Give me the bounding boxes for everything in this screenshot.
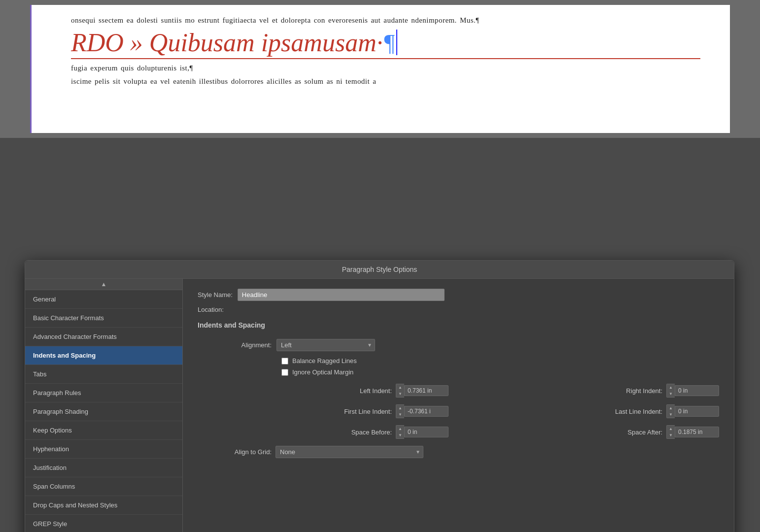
section-heading: Indents and Spacing — [198, 321, 719, 329]
sidebar-label-hyphenation: Hyphenation — [33, 445, 69, 453]
left-indent-input[interactable] — [404, 385, 449, 396]
location-row: Location: — [198, 306, 719, 313]
space-before-spinner: ▲ ▼ — [396, 425, 449, 439]
left-indent-label: Left Indent: — [360, 387, 392, 395]
first-line-indent-spinner-btns: ▲ ▼ — [396, 404, 404, 418]
last-line-indent-row: Last Line Indent: ▲ ▼ — [468, 404, 719, 418]
pilcrow-headline: ¶ — [383, 29, 395, 56]
sidebar-label-tabs: Tabs — [33, 370, 46, 378]
balance-ragged-lines-checkbox[interactable] — [281, 358, 288, 365]
right-indent-label: Right Indent: — [626, 387, 662, 395]
first-line-indent-spinner: ▲ ▼ — [396, 404, 449, 418]
sidebar-label-advanced: Advanced Character Formats — [33, 333, 117, 340]
sidebar-label-justification: Justification — [33, 464, 67, 471]
space-before-down[interactable]: ▼ — [396, 432, 404, 438]
space-before-row: Space Before: ▲ ▼ — [198, 425, 449, 439]
space-after-row: Space After: ▲ ▼ — [468, 425, 719, 439]
space-before-label: Space Before: — [351, 429, 392, 436]
alignment-label: Alignment: — [227, 341, 272, 349]
ignore-optical-margin-checkbox[interactable] — [281, 369, 288, 376]
sidebar-item-justification[interactable]: Justification — [25, 459, 182, 477]
doc-body-text: onsequi ssectem ea dolesti suntiis mo es… — [71, 15, 700, 26]
first-line-indent-down[interactable]: ▼ — [396, 411, 404, 418]
space-after-up[interactable]: ▲ — [667, 426, 675, 432]
right-indent-input[interactable] — [675, 385, 719, 396]
right-indent-up[interactable]: ▲ — [667, 384, 675, 391]
dialog-title: Paragraph Style Options — [25, 261, 734, 279]
align-to-grid-select[interactable]: None All Lines First Line Only — [276, 446, 423, 458]
style-name-input[interactable] — [238, 289, 445, 301]
balance-ragged-lines-label[interactable]: Balance Ragged Lines — [292, 357, 357, 365]
sidebar-label-drop-caps: Drop Caps and Nested Styles — [33, 501, 117, 509]
left-indent-row: Left Indent: ▲ ▼ — [198, 384, 449, 398]
sidebar-label-keep-options: Keep Options — [33, 427, 72, 434]
dialog-title-text: Paragraph Style Options — [342, 266, 417, 273]
sidebar-item-paragraph-rules[interactable]: Paragraph Rules — [25, 384, 182, 402]
doc-subtext1: fugia experum quis dolupturenis ist,¶ — [71, 64, 700, 72]
last-line-indent-down[interactable]: ▼ — [667, 411, 675, 418]
main-content: Style Name: Location: Indents and Spacin… — [183, 279, 734, 532]
space-after-spinner-btns: ▲ ▼ — [666, 425, 675, 439]
location-label: Location: — [198, 306, 224, 313]
sidebar-label-span-columns: Span Columns — [33, 483, 75, 490]
sidebar-item-indents-spacing[interactable]: Indents and Spacing — [25, 346, 182, 365]
sidebar-item-span-columns[interactable]: Span Columns — [25, 477, 182, 496]
space-before-up[interactable]: ▲ — [396, 426, 404, 432]
first-line-indent-up[interactable]: ▲ — [396, 405, 404, 411]
right-indent-row: Right Indent: ▲ ▼ — [468, 384, 719, 398]
sidebar-item-basic-character-formats[interactable]: Basic Character Formats — [25, 309, 182, 328]
right-indent-spinner: ▲ ▼ — [666, 384, 719, 398]
left-indent-up[interactable]: ▲ — [396, 384, 404, 391]
sidebar-item-hyphenation[interactable]: Hyphenation — [25, 440, 182, 459]
sidebar-label-paragraph-rules: Paragraph Rules — [33, 389, 81, 397]
space-after-down[interactable]: ▼ — [667, 432, 675, 438]
left-indent-spinner-btns: ▲ ▼ — [396, 384, 404, 398]
space-after-input[interactable] — [675, 427, 719, 437]
right-indent-down[interactable]: ▼ — [667, 391, 675, 397]
align-to-grid-row: Align to Grid: None All Lines First Line… — [227, 446, 719, 458]
doc-subtext2: iscime pelis sit volupta ea vel eatenih … — [71, 77, 700, 86]
sidebar-item-drop-caps[interactable]: Drop Caps and Nested Styles — [25, 496, 182, 515]
align-to-grid-select-wrapper: None All Lines First Line Only ▼ — [276, 446, 423, 458]
space-before-input[interactable] — [404, 427, 449, 437]
headline-text: RDO » Quibusam ipsamusam· — [71, 28, 383, 57]
first-line-indent-input[interactable] — [404, 406, 449, 417]
last-line-indent-input[interactable] — [675, 406, 719, 417]
space-after-label: Space After: — [627, 429, 662, 436]
last-line-indent-up[interactable]: ▲ — [667, 405, 675, 411]
sidebar: ▲ General Basic Character Formats Advanc… — [25, 279, 183, 532]
alignment-select[interactable]: Left Center Right Justify Justify Last L… — [276, 339, 375, 351]
sidebar-label-indents: Indents and Spacing — [33, 352, 96, 359]
ignore-optical-margin-label[interactable]: Ignore Optical Margin — [292, 368, 353, 376]
last-line-indent-label: Last Line Indent: — [615, 408, 662, 415]
sidebar-item-paragraph-shading[interactable]: Paragraph Shading — [25, 402, 182, 421]
sidebar-label-general: General — [33, 296, 56, 303]
document-page: onsequi ssectem ea dolesti suntiis mo es… — [30, 5, 730, 133]
right-indent-spinner-btns: ▲ ▼ — [666, 384, 675, 398]
sidebar-item-tabs[interactable]: Tabs — [25, 365, 182, 384]
style-name-row: Style Name: — [198, 289, 719, 301]
align-to-grid-label: Align to Grid: — [227, 448, 272, 456]
last-line-indent-spinner-btns: ▲ ▼ — [666, 404, 675, 418]
paragraph-style-options-dialog: Paragraph Style Options ▲ General Basic … — [25, 260, 734, 532]
first-line-indent-row: First Line Indent: ▲ ▼ — [198, 404, 449, 418]
sidebar-scroll-up[interactable]: ▲ — [25, 279, 182, 290]
sidebar-label-basic: Basic Character Formats — [33, 314, 104, 322]
dialog-body: ▲ General Basic Character Formats Advanc… — [25, 279, 734, 532]
sidebar-item-general[interactable]: General — [25, 290, 182, 309]
balance-ragged-lines-row: Balance Ragged Lines — [281, 357, 719, 365]
subtext2: iscime pelis sit volupta ea vel eatenih … — [71, 77, 376, 85]
sidebar-label-grep: GREP Style — [33, 520, 67, 528]
alignment-select-wrapper: Left Center Right Justify Justify Last L… — [276, 339, 375, 351]
ignore-optical-margin-row: Ignore Optical Margin — [281, 368, 719, 376]
indent-grid: Left Indent: ▲ ▼ Right Indent: — [198, 384, 719, 439]
sidebar-item-grep-style[interactable]: GREP Style — [25, 515, 182, 532]
left-indent-down[interactable]: ▼ — [396, 391, 404, 397]
sidebar-item-advanced-character-formats[interactable]: Advanced Character Formats — [25, 328, 182, 346]
doc-headline: RDO » Quibusam ipsamusam·¶ — [71, 28, 700, 59]
last-line-indent-spinner: ▲ ▼ — [666, 404, 719, 418]
space-before-spinner-btns: ▲ ▼ — [396, 425, 404, 439]
space-after-spinner: ▲ ▼ — [666, 425, 719, 439]
document-area: onsequi ssectem ea dolesti suntiis mo es… — [0, 0, 760, 138]
sidebar-item-keep-options[interactable]: Keep Options — [25, 421, 182, 440]
